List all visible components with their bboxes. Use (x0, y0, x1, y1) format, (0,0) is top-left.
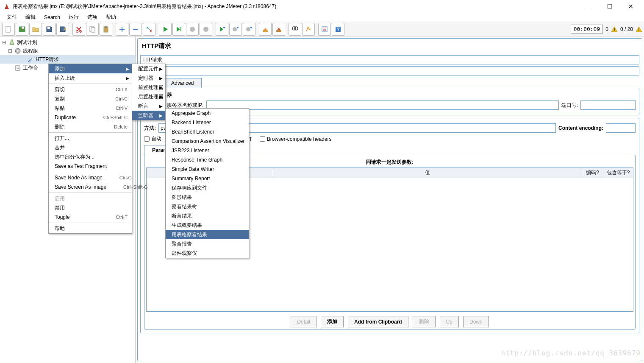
server-input[interactable] (206, 101, 559, 110)
ctx-item[interactable]: Save Screen As ImageCtrl+Shift-G (49, 182, 132, 192)
copy-icon[interactable] (86, 23, 99, 36)
ctx-item[interactable]: 删除Delete (49, 122, 132, 131)
function-helper-icon[interactable] (318, 23, 331, 36)
cut-icon[interactable] (72, 23, 85, 36)
new-file-icon[interactable] (2, 23, 15, 36)
shutdown-icon[interactable] (200, 23, 212, 36)
ctx-item[interactable]: 生成概要结果 (166, 221, 249, 230)
ctx-item[interactable]: 添加▶ (49, 64, 132, 73)
expand-icon[interactable] (116, 23, 128, 36)
ctx-item[interactable]: JSR223 Listener (166, 146, 249, 155)
ctx-item[interactable]: 察看结果树 (166, 202, 249, 211)
start-icon[interactable] (159, 23, 172, 36)
add-button[interactable]: 添加 (321, 316, 344, 327)
up-button[interactable]: Up (440, 316, 459, 327)
port-input[interactable] (580, 101, 636, 110)
clipboard-icon (14, 64, 21, 71)
collapse-icon[interactable]: ⊟ (8, 48, 13, 54)
tab-advanced[interactable]: Advanced (163, 78, 202, 88)
clipboard-button[interactable]: Add from Clipboard (348, 316, 408, 327)
ctx-item[interactable]: 断言结果 (166, 211, 249, 221)
save-icon[interactable] (43, 23, 56, 36)
templates-icon[interactable] (16, 23, 28, 36)
ctx-item[interactable]: Save Node As ImageCtrl-G (49, 173, 132, 182)
tree-test-plan[interactable]: ⊟ 测试计划 (0, 38, 135, 47)
ctx-item[interactable]: 插入上级▶ (49, 73, 132, 83)
tree-http-request[interactable]: HTTP请求 (0, 55, 135, 64)
collapse-icon[interactable]: ⊟ (2, 39, 7, 45)
ctx-item[interactable]: Save as Test Fragment (49, 162, 132, 171)
svg-point-15 (223, 27, 225, 28)
close-button[interactable]: ✕ (621, 0, 641, 12)
minimize-button[interactable]: — (579, 0, 598, 12)
stop-icon[interactable] (186, 23, 199, 36)
ctx-item[interactable]: 启用 (49, 194, 132, 203)
menu-run[interactable]: 运行 (65, 13, 82, 22)
remote-shutdown-icon[interactable] (243, 23, 255, 36)
ctx-item[interactable]: 用表格察看结果 (166, 230, 249, 239)
tree-thread-group[interactable]: ⊟ 线程组 (0, 47, 135, 55)
delete-button[interactable]: 删除 (413, 316, 436, 327)
ctx-item[interactable]: 定时器▶ (132, 73, 165, 83)
remote-stop-icon[interactable] (229, 23, 242, 36)
menu-search[interactable]: Search (41, 14, 64, 21)
ctx-item[interactable]: Summary Report (166, 174, 249, 183)
detail-button[interactable]: Detail (291, 316, 316, 327)
ctx-item[interactable]: 断言▶ (132, 101, 165, 111)
ctx-item[interactable]: 帮助 (49, 224, 132, 233)
content-enc-input[interactable] (606, 123, 636, 133)
ctx-item[interactable]: 配置元件▶ (132, 64, 165, 73)
ctx-item[interactable]: 保存响应到文件 (166, 183, 249, 193)
ctx-item[interactable]: BeanShell Listener (166, 127, 249, 137)
window-title: 用表格察看结果.jmx (E:\测试软件\JMeter\apache-jmete… (13, 3, 579, 10)
ctx-item[interactable]: 选中部分保存为... (49, 152, 132, 162)
ctx-item[interactable]: Simple Data Writer (166, 165, 249, 174)
ctx-item[interactable]: DuplicateCtrl+Shift-C (49, 113, 132, 122)
clear-all-icon[interactable] (272, 23, 285, 36)
svg-point-28 (17, 50, 19, 52)
chk-auto-redirect[interactable]: 自动 (144, 135, 161, 142)
ctx-item[interactable]: ToggleCtrl-T (49, 212, 132, 222)
ctx-item[interactable]: 图形结果 (166, 193, 249, 202)
menu-options[interactable]: 选项 (84, 13, 101, 22)
ctx-item[interactable]: 监听器▶ (132, 111, 165, 120)
toggle-icon[interactable] (143, 23, 155, 36)
svg-point-16 (233, 27, 237, 31)
remote-start-icon[interactable] (216, 23, 228, 36)
panel-title: HTTP请求 (140, 41, 639, 53)
menu-help[interactable]: 帮助 (103, 13, 119, 22)
start-no-pause-icon[interactable] (172, 23, 185, 36)
collapse-icon[interactable] (129, 23, 142, 36)
ctx-item[interactable]: 合并 (49, 143, 132, 152)
ctx-item[interactable]: 邮件观察仪 (166, 249, 249, 258)
search-icon[interactable] (289, 23, 301, 36)
ctx-item[interactable]: Comparison Assertion Visualizer (166, 137, 249, 146)
svg-rect-0 (6, 26, 10, 32)
chk-browser-compat[interactable]: Browser-compatible headers (260, 136, 332, 142)
ctx-item[interactable]: Aggregate Graph (166, 109, 249, 118)
ctx-item[interactable]: 打开... (49, 134, 132, 143)
ctx-item[interactable]: 聚合报告 (166, 239, 249, 249)
help-icon[interactable]: ? (332, 23, 344, 36)
ctx-item[interactable]: 后置处理器▶ (132, 92, 165, 101)
svg-point-21 (294, 27, 298, 30)
comment-input[interactable] (140, 66, 639, 75)
ctx-item[interactable]: Backend Listener (166, 118, 249, 127)
clear-icon[interactable] (259, 23, 272, 36)
svg-point-19 (250, 27, 252, 28)
menu-edit[interactable]: 编辑 (22, 13, 39, 22)
down-button[interactable]: Down (463, 316, 489, 327)
ctx-item[interactable]: 复制Ctrl-C (49, 94, 132, 103)
ctx-item[interactable]: 剪切Ctrl-X (49, 85, 132, 94)
menu-file[interactable]: 文件 (3, 13, 20, 22)
ctx-item[interactable]: Response Time Graph (166, 155, 249, 165)
ctx-item[interactable]: 粘贴Ctrl-V (49, 103, 132, 113)
paste-icon[interactable] (100, 23, 112, 36)
open-icon[interactable] (29, 23, 42, 36)
search-reset-icon[interactable] (302, 23, 315, 36)
maximize-button[interactable]: ☐ (600, 0, 619, 12)
ctx-item[interactable]: 前置处理器▶ (132, 83, 165, 92)
ctx-item[interactable]: 禁用 (49, 203, 132, 212)
name-input[interactable] (140, 55, 639, 64)
save-as-icon[interactable] (56, 23, 69, 36)
